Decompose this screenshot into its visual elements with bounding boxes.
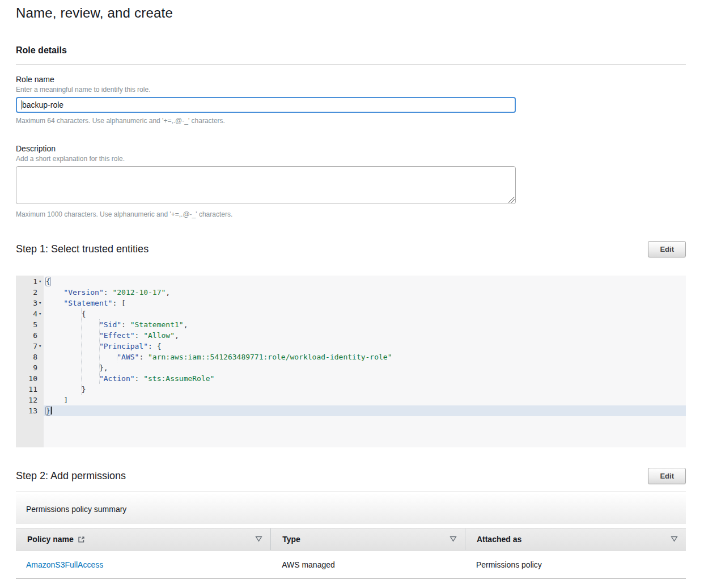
external-link-icon: [78, 536, 85, 543]
code-token: }: [46, 407, 50, 415]
text-caret: [22, 100, 22, 109]
divider: [16, 64, 686, 65]
filter-icon[interactable]: [255, 535, 262, 544]
code-token: "Action": [99, 374, 135, 383]
code-token: [46, 331, 99, 340]
code-token: ,: [166, 288, 170, 297]
policy-editor[interactable]: 1▾{2 "Version": "2012-10-17",3▾ "Stateme…: [16, 276, 686, 447]
code-token: "AWS": [117, 353, 139, 361]
code-token: "Principal": [99, 342, 148, 350]
fold-arrow-icon[interactable]: ▾: [37, 276, 44, 287]
line-number: 9: [16, 362, 44, 373]
column-header-policy-name: Policy name: [16, 528, 270, 550]
role-name-input[interactable]: [16, 97, 516, 113]
fold-arrow-icon[interactable]: ▾: [37, 308, 44, 319]
role-details-heading: Role details: [16, 45, 686, 56]
code-token: }: [82, 385, 86, 394]
policy-name-link[interactable]: AmazonS3FullAccess: [26, 560, 103, 569]
code-token: "Allow": [143, 331, 175, 340]
editor-caret: [51, 407, 52, 414]
editor-line-1[interactable]: 1▾{: [16, 276, 686, 287]
line-number: 3▾: [16, 298, 44, 308]
step1-header-row: Step 1: Select trusted entities Edit: [16, 241, 686, 257]
editor-line-3[interactable]: 3▾ "Statement": [: [16, 298, 686, 308]
step2-edit-button[interactable]: Edit: [648, 468, 686, 484]
role-name-constraint: Maximum 64 characters. Use alphanumeric …: [16, 117, 686, 125]
line-number: 12: [16, 395, 44, 405]
code-token: [46, 320, 99, 329]
step2-heading: Step 2: Add permissions: [16, 470, 126, 482]
table-body: AmazonS3FullAccessAWS managedPermissions…: [16, 551, 686, 579]
line-number: 13: [16, 405, 44, 416]
editor-line-13[interactable]: 13}: [16, 405, 686, 416]
code-token: [46, 310, 82, 318]
table-row: AmazonS3FullAccessAWS managedPermissions…: [16, 551, 686, 579]
editor-line-10[interactable]: 10 "Action": "sts:AssumeRole": [16, 373, 686, 384]
permissions-summary-panel: Permissions policy summary Policy name T…: [16, 494, 686, 579]
column-header-type: Type: [270, 528, 465, 550]
role-name-label: Role name: [16, 75, 686, 84]
code-token: :: [139, 353, 148, 361]
filter-icon[interactable]: [671, 535, 678, 544]
editor-line-11[interactable]: 11 }: [16, 384, 686, 395]
fold-arrow-icon[interactable]: ▾: [37, 341, 44, 352]
code-token: [46, 342, 99, 350]
editor-line-12[interactable]: 12 ]: [16, 395, 686, 405]
code-token: ]: [63, 396, 68, 404]
editor-line-9[interactable]: 9 },: [16, 362, 686, 373]
step2-header-row: Step 2: Add permissions Edit: [16, 468, 686, 484]
line-number: 11: [16, 384, 44, 395]
editor-line-6[interactable]: 6 "Effect": "Allow",: [16, 330, 686, 341]
line-number: 6: [16, 330, 44, 341]
editor-lines: 1▾{2 "Version": "2012-10-17",3▾ "Stateme…: [16, 276, 686, 416]
filter-icon[interactable]: [449, 535, 457, 544]
editor-line-5[interactable]: 5 "Sid": "Statement1",: [16, 319, 686, 330]
line-number: 4▾: [16, 308, 44, 319]
description-constraint: Maximum 1000 characters. Use alphanumeri…: [16, 210, 686, 218]
code-token: },: [99, 363, 108, 372]
code-token: "Version": [63, 288, 103, 297]
policy-name-cell: AmazonS3FullAccess: [16, 551, 270, 578]
code-token: "Sid": [99, 320, 121, 329]
editor-line-4[interactable]: 4▾ {: [16, 308, 686, 319]
line-number: 5: [16, 319, 44, 330]
line-number: 1▾: [16, 276, 44, 287]
editor-line-7[interactable]: 7▾ "Principal": {: [16, 341, 686, 352]
table-header: Policy name Type Attached as: [16, 528, 686, 551]
permissions-summary-title: Permissions policy summary: [26, 505, 126, 514]
editor-line-8[interactable]: 8 "AWS": "arn:aws:iam::541263489771:role…: [16, 352, 686, 362]
description-textarea[interactable]: [16, 166, 516, 204]
column-label: Type: [282, 535, 300, 544]
code-token: [46, 396, 63, 404]
code-token: "Statement1": [130, 320, 184, 329]
code-token: :: [135, 331, 144, 340]
code-token: [46, 374, 99, 383]
description-field-wrap: [16, 166, 516, 204]
role-name-field-wrap: [16, 97, 516, 113]
code-token: [46, 299, 63, 307]
code-token: "arn:aws:iam::541263489771:role/workload…: [148, 353, 392, 361]
description-hint: Add a short explanation for this role.: [16, 155, 686, 163]
line-number: 7▾: [16, 341, 44, 352]
code-token: [46, 363, 99, 372]
code-token: {: [82, 310, 86, 318]
code-token: "Statement": [63, 299, 112, 307]
permissions-summary-header: Permissions policy summary: [16, 494, 686, 524]
line-number: 10: [16, 373, 44, 384]
editor-line-2[interactable]: 2 "Version": "2012-10-17",: [16, 287, 686, 298]
line-number: 8: [16, 352, 44, 362]
policy-type-cell: AWS managed: [270, 551, 465, 578]
step1-edit-button[interactable]: Edit: [648, 241, 686, 257]
code-token: "sts:AssumeRole": [143, 374, 214, 383]
attached-as-cell: Permissions policy: [465, 551, 686, 578]
line-number: 2: [16, 287, 44, 298]
code-token: :: [135, 374, 144, 383]
code-token: : [: [112, 299, 125, 307]
code-token: "2012-10-17": [112, 288, 166, 297]
column-header-attached-as: Attached as: [465, 528, 686, 550]
fold-arrow-icon[interactable]: ▾: [37, 298, 44, 308]
divider: [16, 492, 686, 492]
code-token: :: [121, 320, 130, 329]
code-token: [46, 385, 82, 394]
column-label: Attached as: [477, 535, 521, 544]
